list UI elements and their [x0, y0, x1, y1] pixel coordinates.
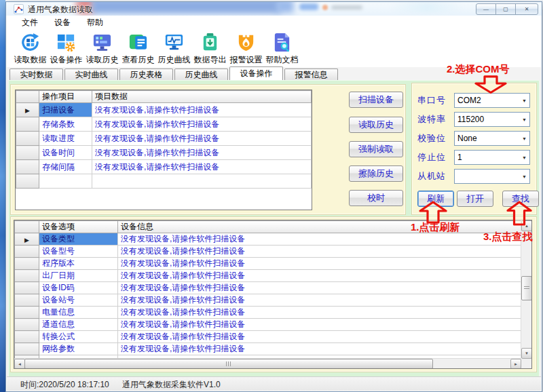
- grid-cell-item[interactable]: 设备站号: [39, 294, 118, 307]
- chevron-down-icon[interactable]: ▼: [519, 98, 529, 103]
- table-row[interactable]: 电量信息 没有发现设备,请操作软件扫描设备: [15, 307, 523, 319]
- grid-cell-item[interactable]: 设备型号: [39, 246, 118, 258]
- grid-cell-value[interactable]: 没有发现设备,请操作软件扫描设备: [118, 270, 523, 282]
- chevron-down-icon[interactable]: ▼: [519, 174, 529, 179]
- open-button[interactable]: 打开: [457, 191, 493, 207]
- toolbar-history-curve[interactable]: 历史曲线: [157, 29, 191, 67]
- row-header-cell: [15, 319, 39, 331]
- grid-cell-item[interactable]: 存储间隔: [39, 160, 92, 174]
- tab-device-operation[interactable]: 设备操作: [229, 66, 283, 80]
- grid-cell-value[interactable]: 没有发现设备,请操作软件扫描设备: [118, 258, 523, 270]
- grid-cell-value[interactable]: 没有发现设备,请操作软件扫描设备: [118, 319, 523, 331]
- chevron-down-icon[interactable]: ▼: [519, 155, 529, 160]
- table-row[interactable]: 存储条数 没有发现设备,请操作软件扫描设备: [16, 117, 312, 132]
- field-label: 校验位: [417, 132, 446, 144]
- table-row[interactable]: 设备时间 没有发现设备,请操作软件扫描设备: [16, 146, 312, 160]
- tab-alarm-info[interactable]: 报警信息: [284, 68, 338, 80]
- time-sync-button[interactable]: 校时: [349, 190, 403, 206]
- tab-history-curve[interactable]: 历史曲线: [174, 68, 228, 80]
- row-pointer-icon: ▶: [25, 107, 30, 114]
- toolbar-alarm-settings[interactable]: 报警设置: [229, 29, 263, 67]
- grid-cell-value[interactable]: 没有发现设备,请操作软件扫描设备: [118, 282, 523, 294]
- table-row[interactable]: ▶ 设备类型 没有发现设备,请操作软件扫描设备: [15, 233, 523, 246]
- title-bar: 通用气象数据读取 — ▢ ✕: [6, 2, 542, 16]
- grid-cell-item[interactable]: 通道信息: [39, 319, 118, 331]
- grid-cell-item[interactable]: 存储条数: [39, 117, 92, 132]
- toolbar-read-history[interactable]: 读取历史: [85, 29, 119, 67]
- grid-cell-value[interactable]: 没有发现设备,请操作软件扫描设备: [92, 146, 312, 160]
- history-curve-icon: [164, 32, 185, 53]
- tab-realtime-curve[interactable]: 实时曲线: [64, 68, 118, 80]
- menu-device[interactable]: 设备: [46, 16, 79, 30]
- grid-cell-value[interactable]: 没有发现设备,请操作软件扫描设备: [118, 343, 523, 355]
- table-row[interactable]: 转换公式 没有发现设备,请操作软件扫描设备: [15, 331, 523, 343]
- toolbar-label: 报警设置: [230, 54, 263, 66]
- grid-cell-item[interactable]: 电量信息: [39, 307, 118, 319]
- row-header-cell: [16, 117, 39, 132]
- grid-cell-item[interactable]: 设备ID码: [39, 282, 118, 294]
- chevron-down-icon[interactable]: ▼: [519, 117, 529, 122]
- menu-file[interactable]: 文件: [14, 16, 46, 30]
- slave-station-select[interactable]: ▼: [454, 169, 530, 184]
- table-row[interactable]: 读取进度 没有发现设备,请操作软件扫描设备: [16, 132, 312, 146]
- table-row[interactable]: 设备站号 没有发现设备,请操作软件扫描设备: [15, 294, 523, 307]
- grid-cell-value[interactable]: 没有发现设备,请操作软件扫描设备: [92, 103, 312, 117]
- grid-cell-item[interactable]: 网络参数: [39, 343, 118, 355]
- grid-cell-value[interactable]: 没有发现设备,请操作软件扫描设备: [92, 117, 312, 132]
- table-row[interactable]: 通道信息 没有发现设备,请操作软件扫描设备: [15, 319, 523, 331]
- vertical-scroll-thumb[interactable]: [521, 276, 532, 300]
- baud-rate-select[interactable]: 115200 ▼: [454, 112, 530, 127]
- table-row[interactable]: 程序版本 没有发现设备,请操作软件扫描设备: [15, 258, 523, 270]
- grid-cell-value[interactable]: 没有发现设备,请操作软件扫描设备: [118, 307, 523, 319]
- grid-cell-item[interactable]: 读取进度: [39, 132, 92, 146]
- stop-bits-select[interactable]: 1 ▼: [454, 150, 530, 165]
- toolbar-view-history[interactable]: 查看历史: [121, 29, 155, 67]
- toolbar-device-operation[interactable]: 设备操作: [49, 29, 83, 67]
- menu-bar: 文件 设备 帮助: [7, 16, 541, 30]
- scroll-right-button[interactable]: ►: [510, 359, 521, 369]
- horizontal-scroll-thumb[interactable]: [24, 359, 433, 369]
- grid-cell-value[interactable]: 没有发现设备,请操作软件扫描设备: [118, 331, 523, 343]
- table-row[interactable]: ▶ 扫描设备 没有发现设备,请操作软件扫描设备: [16, 103, 312, 117]
- grid-cell-value[interactable]: 没有发现设备,请操作软件扫描设备: [118, 246, 523, 258]
- tab-history-table[interactable]: 历史表格: [119, 68, 173, 80]
- maximize-button[interactable]: ▢: [495, 3, 516, 15]
- toolbar-data-export[interactable]: 数据导出: [193, 29, 227, 67]
- table-row[interactable]: 设备型号 没有发现设备,请操作软件扫描设备: [15, 246, 523, 258]
- read-history-icon: [92, 32, 113, 53]
- toolbar-read-data[interactable]: 读取数据: [13, 29, 48, 67]
- menu-help[interactable]: 帮助: [79, 16, 111, 30]
- column-header: 操作项目: [39, 91, 92, 103]
- status-app-name: 通用气象数据采集软件V1.0: [122, 379, 221, 391]
- grid-cell-item[interactable]: 设备时间: [39, 146, 92, 160]
- grid-cell-item[interactable]: 程序版本: [39, 258, 118, 270]
- row-header-cell: [15, 270, 39, 282]
- table-row[interactable]: 设备ID码 没有发现设备,请操作软件扫描设备: [15, 282, 523, 294]
- chevron-down-icon[interactable]: ▼: [519, 136, 529, 141]
- table-row[interactable]: 存储间隔 没有发现设备,请操作软件扫描设备: [16, 160, 312, 174]
- minimize-button[interactable]: —: [476, 3, 496, 15]
- erase-history-button[interactable]: 擦除历史: [349, 165, 403, 182]
- table-row[interactable]: 网络参数 没有发现设备,请操作软件扫描设备: [15, 343, 523, 355]
- scan-device-button[interactable]: 扫描设备: [349, 92, 403, 108]
- tab-realtime-data[interactable]: 实时数据: [10, 68, 63, 80]
- parity-select[interactable]: None ▼: [454, 131, 530, 146]
- grid-cell-value[interactable]: 没有发现设备,请操作软件扫描设备: [118, 294, 523, 307]
- com-port-select[interactable]: COM2 ▼: [454, 93, 530, 108]
- toolbar-help-doc[interactable]: 帮助文档: [265, 29, 299, 67]
- grid-cell-value[interactable]: 没有发现设备,请操作软件扫描设备: [92, 160, 312, 174]
- grid-cell-value[interactable]: 没有发现设备,请操作软件扫描设备: [118, 233, 523, 246]
- horizontal-scrollbar[interactable]: ◄ ►: [14, 358, 521, 368]
- close-button[interactable]: ✕: [515, 3, 538, 15]
- force-read-button[interactable]: 强制读取: [349, 141, 403, 157]
- grid-cell-value[interactable]: 没有发现设备,请操作软件扫描设备: [92, 132, 312, 146]
- grid-cell-item[interactable]: 设备类型: [39, 233, 118, 246]
- grid-cell-item[interactable]: 出厂日期: [39, 270, 118, 282]
- table-row[interactable]: 出厂日期 没有发现设备,请操作软件扫描设备: [15, 270, 523, 282]
- scroll-left-button[interactable]: ◄: [14, 359, 25, 369]
- read-history-button[interactable]: 读取历史: [349, 117, 403, 133]
- row-pointer-icon: ▶: [24, 237, 29, 243]
- grid-cell-item[interactable]: 扫描设备: [39, 103, 92, 117]
- grid-cell-item[interactable]: 转换公式: [39, 331, 118, 343]
- scroll-down-button[interactable]: ▼: [521, 348, 532, 359]
